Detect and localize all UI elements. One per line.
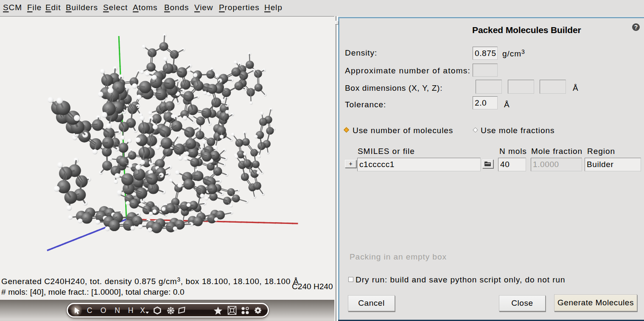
svg-text:N: N: [115, 306, 120, 315]
svg-text:X: X: [140, 306, 145, 315]
svg-text:O: O: [101, 306, 106, 315]
svg-text:H: H: [128, 306, 134, 315]
svg-text:C: C: [87, 306, 92, 315]
